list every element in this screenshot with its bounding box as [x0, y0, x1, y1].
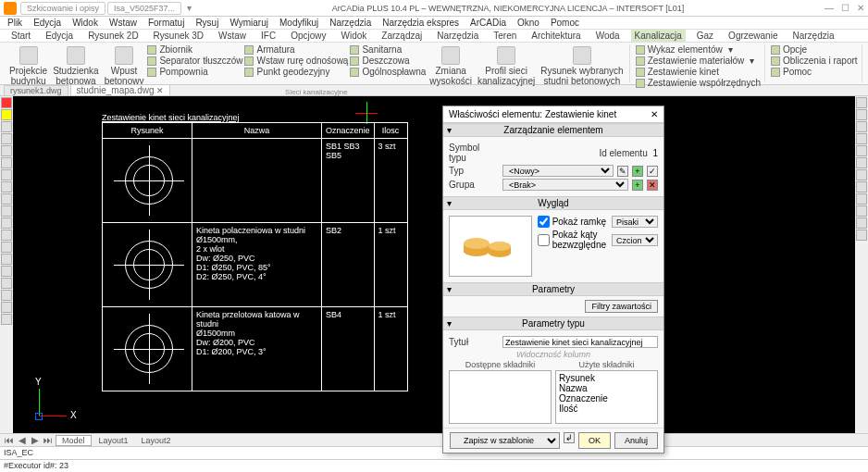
list-item[interactable]: Ilość [558, 404, 655, 414]
nav-last-icon[interactable]: ⏭ [43, 435, 54, 445]
remove-icon[interactable]: ✕ [647, 180, 658, 191]
title-input[interactable] [502, 336, 658, 348]
toolbar-button[interactable] [856, 230, 867, 241]
ribbon-button[interactable]: Ogólnospławna [350, 67, 426, 77]
ribbon-button[interactable]: Deszczowa [350, 56, 426, 66]
doc-tab[interactable]: studnie_mapa.dwg ✕ [70, 84, 170, 96]
menu-item[interactable]: Narzędzia ekspres [382, 18, 459, 28]
toolbar-button[interactable] [1, 205, 12, 217]
menu-item[interactable]: Wymiaruj [229, 18, 268, 28]
ribbon-button[interactable]: Separator tłuszczów [147, 56, 242, 66]
ribbon-button[interactable]: Zestawienie kinet [636, 67, 761, 77]
cancel-button[interactable]: Anuluj [614, 432, 658, 449]
ribbon-tab[interactable]: Teren [490, 30, 520, 42]
used-list[interactable]: Rysunek Nazwa Oznaczenie Ilość [555, 370, 658, 424]
qat-tab[interactable]: Szkicowanie i opisy [20, 2, 105, 15]
ribbon-button[interactable]: Zbiornik [147, 44, 242, 55]
list-item[interactable]: Rysunek [558, 373, 655, 383]
section-header[interactable]: ▾Zarządzanie elementem [443, 123, 663, 137]
ribbon-tab[interactable]: IFC [257, 30, 279, 42]
ribbon-tab[interactable]: Gaz [693, 30, 717, 42]
ribbon-button[interactable]: Obliczenia i raport [771, 56, 858, 66]
list-item[interactable]: Nazwa [558, 383, 655, 393]
toolbar-button[interactable] [1, 242, 12, 253]
add-icon[interactable]: + [632, 180, 643, 191]
ribbon-button[interactable]: Sanitarna [350, 44, 426, 55]
ribbon-button[interactable]: Opcje [771, 44, 858, 55]
toolbar-button[interactable] [1, 193, 12, 205]
show-frame-checkbox[interactable] [538, 216, 550, 228]
layout-tab[interactable]: Layout1 [93, 436, 134, 445]
filters-button[interactable]: Filtry zawartości [585, 300, 658, 313]
ribbon-button[interactable]: Profil sieci kanalizacyjnej [476, 44, 537, 88]
ribbon-tab[interactable]: Widok [338, 30, 371, 42]
ribbon-button[interactable]: Wpust betonowy [103, 44, 146, 88]
ribbon-tab[interactable]: Ogrzewanie [725, 30, 781, 42]
toolbar-button[interactable] [1, 230, 12, 241]
toolbar-button[interactable] [1, 169, 12, 180]
menu-item[interactable]: Plik [7, 18, 22, 28]
nav-next-icon[interactable]: ▶ [30, 435, 41, 445]
nav-first-icon[interactable]: ⏮ [4, 435, 15, 445]
ribbon-button[interactable]: Armatura [244, 44, 348, 55]
layout-tab[interactable]: Layout2 [136, 436, 177, 445]
toolbar-button[interactable] [856, 205, 867, 217]
menu-item[interactable]: Widok [72, 18, 98, 28]
menu-item[interactable]: Wstaw [109, 18, 137, 28]
toolbar-button[interactable] [856, 97, 867, 108]
toolbar-button[interactable] [1, 109, 12, 120]
apply-icon[interactable]: ↲ [564, 432, 575, 443]
drawing-canvas[interactable]: Zestawienie kinet sieci kanalizacyjnej R… [13, 96, 868, 433]
close-button[interactable]: ✕ [857, 3, 864, 13]
ribbon-button[interactable]: Zestawienie współrzędnych [636, 78, 761, 88]
nav-prev-icon[interactable]: ◀ [17, 435, 28, 445]
toolbar-button[interactable] [856, 169, 867, 180]
show-angles-checkbox[interactable] [538, 234, 550, 246]
list-item[interactable]: Oznaczenie [558, 393, 655, 404]
ribbon-tab[interactable]: Kanalizacja [631, 30, 686, 42]
group-select[interactable]: <Brak> [502, 179, 628, 191]
toolbar-button[interactable] [1, 133, 12, 144]
pen-icon[interactable]: ✎ [617, 166, 628, 177]
ribbon-button[interactable]: Pomoc [771, 67, 858, 77]
toolbar-button[interactable] [856, 181, 867, 193]
command-line[interactable]: #Executor id#: 23 [0, 459, 868, 472]
toolbar-button[interactable] [856, 109, 867, 120]
ribbon-tab[interactable]: Opcjowy [287, 30, 329, 42]
section-header[interactable]: ▾Parametry [443, 282, 663, 296]
color-swatch[interactable] [1, 97, 12, 108]
toolbar-button[interactable] [1, 278, 12, 289]
add-icon[interactable]: + [632, 166, 643, 177]
check-icon[interactable]: ✓ [647, 166, 658, 177]
qat-tab[interactable]: Isa_V5025F37... [107, 2, 181, 15]
menu-item[interactable]: Okno [517, 18, 539, 28]
toolbar-button[interactable] [856, 193, 867, 205]
toolbar-button[interactable] [1, 266, 12, 277]
toolbar-button[interactable] [1, 181, 12, 193]
toolbar-button[interactable] [1, 217, 12, 229]
toolbar-button[interactable] [856, 133, 867, 144]
ribbon-tab[interactable]: Rysunek 2D [84, 30, 142, 42]
ribbon-button[interactable]: Wykaz elementów ▾ [636, 44, 761, 55]
menu-item[interactable]: Rysuj [195, 18, 218, 28]
pens-select[interactable]: Pisaki [612, 216, 658, 228]
toolbar-button[interactable] [1, 157, 12, 168]
toolbar-button[interactable] [1, 302, 12, 313]
ribbon-button[interactable]: Pompownia [147, 67, 242, 77]
available-list[interactable] [449, 370, 552, 424]
type-select[interactable]: <Nowy> [502, 165, 614, 177]
toolbar-button[interactable] [1, 314, 12, 325]
menu-item[interactable]: Modyfikuj [279, 18, 318, 28]
menu-item[interactable]: Pomoc [551, 18, 579, 28]
minimize-button[interactable]: — [825, 3, 834, 13]
maximize-button[interactable]: ☐ [841, 3, 849, 13]
ok-button[interactable]: OK [578, 432, 611, 449]
ribbon-tab[interactable]: Start [7, 30, 34, 42]
doc-tab[interactable]: rysunek1.dwg [4, 85, 68, 96]
ribbon-button[interactable]: Projekcie budynku [7, 44, 49, 88]
ribbon-button[interactable]: Studzienka betonowa [51, 44, 100, 88]
ribbon-button[interactable]: Wstaw rurę odnośową [244, 56, 348, 66]
menu-item[interactable]: Narzędzia [329, 18, 371, 28]
ribbon-button[interactable]: Zmiana wysokości [428, 44, 474, 88]
ribbon-tab[interactable]: Zarządzaj [378, 30, 426, 42]
